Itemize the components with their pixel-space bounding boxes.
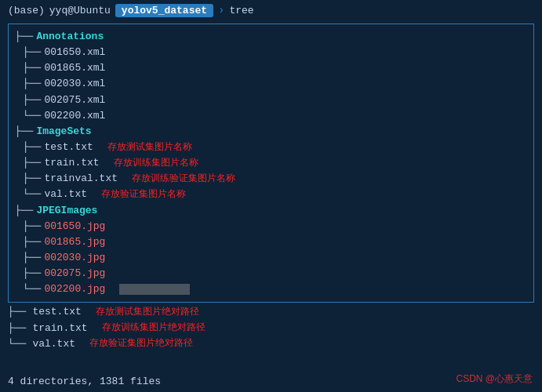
file-label: 001865.xml <box>44 60 105 76</box>
tree-box: ├── Annotations ├── 001650.xml ├── 00186… <box>8 24 534 303</box>
file-label: 002075.jpg <box>44 266 105 281</box>
branch-char: └── <box>8 336 26 352</box>
annotation-label: 存放训练集图片绝对路径 <box>102 321 206 336</box>
prompt-user: yyq@Ubuntu <box>49 5 111 16</box>
watermark-prefix: CSDN <box>456 373 485 384</box>
list-item: ├── train.txt 存放训练集图片名称 <box>15 155 527 171</box>
annotations-folder-label: Annotations <box>36 29 104 45</box>
blurred-block <box>119 284 190 295</box>
watermark: CSDN @心惠天意 <box>456 372 533 386</box>
root-file-train: ├── train.txt 存放训练集图片绝对路径 <box>8 321 534 336</box>
list-item: ├── test.txt 存放测试集图片名称 <box>15 140 527 155</box>
summary-text: 4 directories, 1381 files <box>8 376 161 387</box>
file-label: train.txt <box>44 155 99 171</box>
imagesets-folder-label: ImageSets <box>36 124 91 140</box>
terminal-prompt-bar: (base) yyq@Ubuntu yolov5_dataset › tree <box>0 0 542 20</box>
prompt-arrow: › <box>218 4 224 16</box>
branch-char: └── <box>23 108 41 124</box>
annotation-label: 存放测试集图片名称 <box>107 140 192 155</box>
list-item: ├── 002075.jpg <box>15 266 527 281</box>
branch-char: ├── <box>8 321 26 336</box>
file-label: 002075.xml <box>44 93 105 108</box>
jpegimages-folder-line: ├── JPEGImages <box>15 203 527 219</box>
file-label: 001865.jpg <box>44 234 105 250</box>
branch-char: ├── <box>23 234 41 250</box>
prompt-cmd: tree <box>229 5 253 16</box>
list-item: └── val.txt 存放验证集图片名称 <box>15 187 527 202</box>
branch-char: ├── <box>23 155 41 171</box>
annotation-label: 存放训练验证集图片名称 <box>132 172 235 187</box>
file-label: train.txt <box>29 321 87 336</box>
file-label: 002200.xml <box>44 108 105 124</box>
branch-char: ├── <box>15 29 33 45</box>
file-label: 002030.jpg <box>44 250 105 266</box>
annotation-label: 存放训练集图片名称 <box>114 156 198 171</box>
prompt-base: (base) <box>8 5 45 16</box>
watermark-handle: @心惠天意 <box>486 373 533 384</box>
list-item: └── 002200.xml <box>15 108 527 124</box>
branch-char: └── <box>23 187 41 202</box>
file-label: val.txt <box>44 187 87 202</box>
annotations-folder-line: ├── Annotations <box>15 29 527 45</box>
root-file-val: └── val.txt 存放验证集图片绝对路径 <box>8 336 534 352</box>
list-item: ├── 002030.xml <box>15 76 527 92</box>
file-label: 001650.jpg <box>44 219 105 234</box>
file-label: trainval.txt <box>44 171 118 187</box>
branch-char: ├── <box>23 250 41 266</box>
list-item: ├── 002030.jpg <box>15 250 527 266</box>
annotation-label: 存放验证集图片名称 <box>101 187 186 202</box>
list-item: ├── 001650.jpg <box>15 219 527 234</box>
branch-char: ├── <box>23 219 41 234</box>
jpegimages-folder-label: JPEGImages <box>36 203 97 219</box>
branch-char: ├── <box>23 140 41 155</box>
file-label: 002200.jpg <box>44 281 105 297</box>
branch-char: ├── <box>23 266 41 281</box>
branch-char: └── <box>23 281 41 297</box>
file-label: test.txt <box>29 304 81 320</box>
terminal: (base) yyq@Ubuntu yolov5_dataset › tree … <box>0 0 542 392</box>
list-item: ├── 001865.xml <box>15 60 527 76</box>
branch-char: ├── <box>8 304 26 320</box>
branch-char: ├── <box>15 203 33 219</box>
annotation-label: 存放测试集图片绝对路径 <box>96 305 199 320</box>
file-label: 001650.xml <box>44 45 105 60</box>
branch-char: ├── <box>23 171 41 187</box>
file-label: 002030.xml <box>44 76 105 92</box>
branch-char: ├── <box>23 60 41 76</box>
list-item: ├── 001865.jpg <box>15 234 527 250</box>
imagesets-folder-line: ├── ImageSets <box>15 124 527 140</box>
branch-char: ├── <box>15 124 33 140</box>
branch-char: ├── <box>23 45 41 60</box>
list-item: └── 002200.jpg <box>15 281 527 297</box>
list-item: ├── trainval.txt 存放训练验证集图片名称 <box>15 171 527 187</box>
branch-char: ├── <box>23 76 41 92</box>
file-label: val.txt <box>29 336 75 352</box>
list-item: ├── 001650.xml <box>15 45 527 60</box>
annotation-label: 存放验证集图片绝对路径 <box>89 336 193 351</box>
branch-char: ├── <box>23 93 41 108</box>
tree-content: ├── Annotations ├── 001650.xml ├── 00186… <box>0 20 542 372</box>
list-item: ├── 002075.xml <box>15 93 527 108</box>
root-file-test: ├── test.txt 存放测试集图片绝对路径 <box>8 304 534 320</box>
file-label: test.txt <box>44 140 93 155</box>
prompt-dir: yolov5_dataset <box>115 4 213 17</box>
